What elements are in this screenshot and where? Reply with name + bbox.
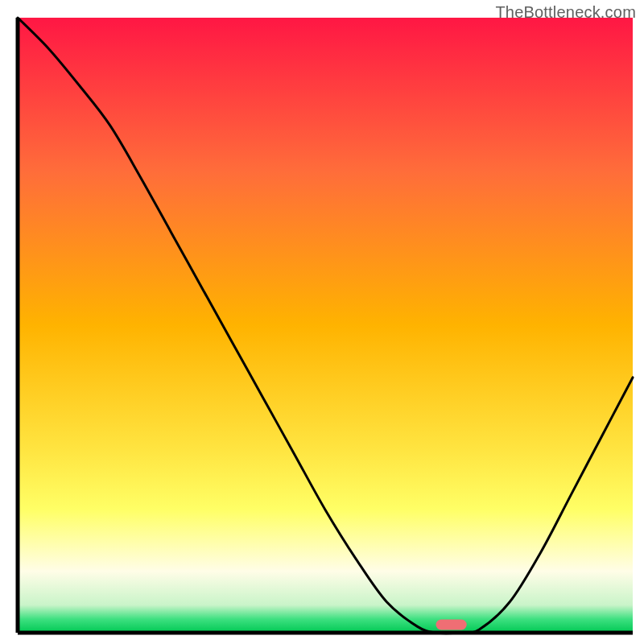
watermark-label: TheBottleneck.com (495, 3, 636, 22)
chart-container: TheBottleneck.com (0, 0, 644, 644)
plot-background (18, 18, 633, 633)
bottleneck-chart (0, 0, 644, 644)
optimal-marker (436, 620, 467, 630)
